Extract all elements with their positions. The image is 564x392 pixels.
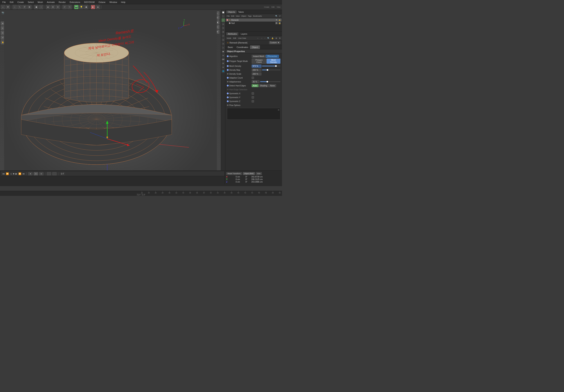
layer-btn[interactable] xyxy=(52,172,56,175)
obj-tb-object[interactable]: Object xyxy=(240,15,247,17)
mesh-density-input[interactable] xyxy=(252,65,261,68)
attr-tb-lock[interactable]: 🔒 xyxy=(271,37,274,39)
tb-viewport-render-btn[interactable]: ◈ xyxy=(96,5,100,9)
ri-object-icon[interactable]: ⬜ xyxy=(221,11,225,14)
adaptiveness-slider-thumb[interactable] xyxy=(266,81,268,83)
menu-item-mesh[interactable]: Mesh xyxy=(37,0,44,4)
attr-tb-back[interactable]: ← xyxy=(257,37,260,39)
algorithm-zremesher-btn[interactable]: ZRemesher xyxy=(266,55,279,58)
tb-material-btn[interactable]: ◉ xyxy=(84,5,88,9)
viewport[interactable]: 📷 Default Camera ✏ ⊞ ◎ 👁 ◈ ○ ⊕ ✏ ⊙ ↺ ✋ ⊡… xyxy=(0,10,221,182)
ri-script-icon[interactable]: ⌨ xyxy=(221,57,225,61)
menu-item-file[interactable]: File xyxy=(1,0,7,4)
null-lock-btn[interactable]: 🔒 xyxy=(278,22,281,24)
ri-snap-icon[interactable]: ⊗ xyxy=(221,65,225,69)
mesh-density-btn[interactable]: Mesh Density xyxy=(266,58,280,64)
tb-transform-btn[interactable]: ⊞ xyxy=(27,5,31,9)
current-frame-display[interactable]: 0 F xyxy=(60,172,65,175)
attr-tb-expand[interactable]: ⊞ xyxy=(275,37,278,39)
menu-item-create[interactable]: Create xyxy=(17,0,25,4)
poly-count-btn[interactable]: Polygon Count xyxy=(252,58,266,64)
menu-item-help[interactable]: Help xyxy=(120,0,126,4)
reset-transform-btn[interactable]: Reset Transform xyxy=(226,172,242,175)
adaptiveness-input[interactable] xyxy=(252,80,260,83)
tb-poly-btn[interactable]: ◈ xyxy=(46,5,50,9)
obj-item-null[interactable]: Null 👁 🔒 xyxy=(226,22,282,25)
flow-edit-icon[interactable]: ✏ xyxy=(278,109,279,111)
detect-hard-edges-auto-btn[interactable]: Auto xyxy=(252,84,259,87)
sym-x-checkbox[interactable] xyxy=(252,92,254,95)
tb-edge-btn[interactable]: ⊡ xyxy=(51,5,55,9)
tb-point-btn[interactable]: ⊙ xyxy=(56,5,60,9)
attr-tb-userdata[interactable]: User Data xyxy=(237,37,247,39)
attr-tb-fwd[interactable]: → xyxy=(260,37,263,39)
auto-key-btn[interactable]: A xyxy=(34,172,38,175)
attr-tb-edit[interactable]: Edit xyxy=(233,37,237,39)
attr-tb-up[interactable]: ↑ xyxy=(264,37,266,39)
menu-item-window[interactable]: Window xyxy=(109,0,118,4)
remesh-lock-btn[interactable]: 🔒 xyxy=(278,19,281,21)
tb-redo-btn[interactable]: ↪ xyxy=(67,5,72,9)
density-scale-input[interactable] xyxy=(252,72,261,75)
mesh-density-slider-thumb[interactable] xyxy=(275,65,277,67)
menu-item-edit[interactable]: Edit xyxy=(9,0,14,4)
ri-target-icon[interactable]: ◎ xyxy=(221,38,225,42)
ri-sphere-icon[interactable]: ● xyxy=(221,42,225,45)
play-first-btn[interactable]: ⏮ xyxy=(2,172,5,175)
coord-system-btn[interactable]: Object (Rel) xyxy=(243,172,255,175)
null-vis-btn[interactable]: 👁 xyxy=(275,22,278,24)
tb-light-btn[interactable]: 💡 xyxy=(79,5,83,9)
tb-scale-btn[interactable]: ⤡ xyxy=(17,5,22,9)
tab-layers[interactable]: Layers xyxy=(239,32,249,35)
density-map-input[interactable] xyxy=(252,69,261,71)
tab-attributes[interactable]: Attributes xyxy=(226,32,238,35)
sym-y-checkbox[interactable] xyxy=(252,96,254,98)
algorithm-instant-mesh-btn[interactable]: Instant Mesh xyxy=(252,55,266,58)
tb-render-btn[interactable]: ▶ xyxy=(91,5,95,9)
ri-chain-icon[interactable]: ⊙ xyxy=(221,34,225,38)
tb-rotate-btn[interactable]: ↺ xyxy=(22,5,27,9)
obj-tb-view[interactable]: View xyxy=(235,15,240,17)
record-btn[interactable]: ● xyxy=(28,172,32,175)
adaptive-count-checkbox[interactable] xyxy=(252,77,254,79)
detect-hard-edges-none-btn[interactable]: None xyxy=(269,84,276,87)
sub-tab-basic[interactable]: Basic xyxy=(226,46,234,49)
tab-takes[interactable]: Takes xyxy=(236,10,245,14)
play-prev-btn[interactable]: ⏪ xyxy=(6,172,9,175)
adaptiveness-slider-track[interactable] xyxy=(260,81,280,82)
motion-btn[interactable] xyxy=(47,172,51,175)
density-map-slider-track[interactable] xyxy=(262,70,280,70)
ri-render-icon[interactable]: ▷ xyxy=(221,46,225,49)
obj-tb-search[interactable]: 🔍 xyxy=(275,15,278,17)
attr-dropdown[interactable]: Custom ▼ xyxy=(269,41,280,44)
menu-item-render[interactable]: Render xyxy=(58,0,67,4)
density-map-slider-thumb[interactable] xyxy=(267,69,268,71)
ri-sim-icon[interactable]: ≋ xyxy=(221,54,225,57)
remesh-vis-btn[interactable]: 👁 xyxy=(275,19,278,21)
obj-tb-refresh[interactable]: ↺ xyxy=(278,15,281,17)
menu-item-insydium[interactable]: INSYDIUM xyxy=(83,0,95,4)
sub-tab-object[interactable]: Object xyxy=(250,45,260,49)
play-fwd-btn[interactable]: ▶ xyxy=(15,172,17,175)
detect-hard-edges-shading-btn[interactable]: Shading xyxy=(259,84,269,87)
size-btn[interactable]: Size xyxy=(256,172,262,175)
obj-tb-tags[interactable]: Tags xyxy=(247,15,252,17)
obj-tb-bookmarks[interactable]: Bookmarks xyxy=(252,15,262,17)
attr-tb-search[interactable]: 🔍 xyxy=(267,37,270,39)
ri-star-icon[interactable]: ✦ xyxy=(221,26,225,30)
attr-tb-settings[interactable]: ⚙ xyxy=(278,37,281,39)
tb-move-btn[interactable]: ↔ xyxy=(13,5,17,9)
sym-z-checkbox[interactable] xyxy=(252,100,254,102)
menu-item-octane[interactable]: Octane xyxy=(98,0,106,4)
sub-tab-coordinates[interactable]: Coordinates xyxy=(235,46,250,49)
ri-cube-icon[interactable]: ⬛ xyxy=(221,14,225,18)
attr-tb-mode[interactable]: Mode xyxy=(226,37,232,39)
play-last-btn[interactable]: ⏭ xyxy=(23,172,25,175)
obj-item-remesh[interactable]: ⚠ Remesh 👁 🔒 xyxy=(226,18,282,22)
play-next-btn[interactable]: ⏩ xyxy=(18,172,21,175)
ri-anim-icon[interactable]: ⬟ xyxy=(221,50,225,53)
tb-settings-btn[interactable]: ⚙ xyxy=(6,5,10,9)
obj-tb-file[interactable]: File xyxy=(226,15,230,17)
tb-camera-btn[interactable]: 📷 xyxy=(74,5,79,9)
ri-world-icon[interactable]: 🌐 xyxy=(221,69,225,73)
